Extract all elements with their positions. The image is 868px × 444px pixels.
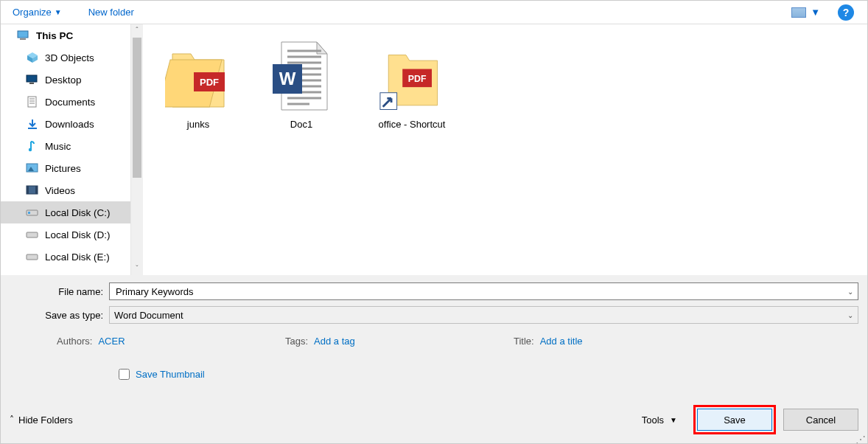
svg-rect-20	[27, 232, 38, 237]
sidebar-item-pictures[interactable]: Pictures	[1, 157, 130, 179]
save-thumbnail-row: Save Thumbnail	[10, 369, 858, 380]
file-label: office - Shortcut	[379, 119, 446, 130]
new-folder-button[interactable]: New folder	[83, 4, 140, 21]
hide-folders-button[interactable]: ˄ Hide Folders	[10, 414, 73, 426]
authors-label: Authors:	[57, 336, 92, 347]
file-name-combobox[interactable]: ⌄	[109, 282, 858, 300]
save-as-type-combobox[interactable]: Word Document ⌄	[109, 306, 858, 324]
svg-rect-1	[20, 38, 26, 40]
organize-dropdown[interactable]: Organize ▼	[7, 4, 68, 21]
sidebar-item-local-disk-d[interactable]: Local Disk (D:)	[1, 223, 130, 246]
resize-grip-icon[interactable]: ⋰	[855, 436, 866, 443]
file-label: junks	[187, 119, 209, 130]
view-mode-dropdown[interactable]: ▼	[791, 7, 820, 18]
file-label: Doc1	[290, 119, 312, 130]
organize-label: Organize	[13, 7, 52, 18]
chevron-down-icon[interactable]: ⌄	[847, 311, 853, 319]
sidebar-item-label: Desktop	[45, 74, 82, 86]
svg-rect-5	[27, 75, 37, 82]
drive-icon	[26, 251, 39, 263]
cancel-button[interactable]: Cancel	[783, 409, 858, 431]
bottom-panel: File name: ⌄ Save as type: Word Document…	[1, 275, 867, 444]
file-name-input[interactable]	[114, 285, 853, 298]
word-document-icon: W	[268, 38, 335, 114]
svg-point-12	[29, 148, 32, 151]
tools-dropdown[interactable]: Tools ▼	[642, 414, 677, 426]
chevron-down-icon[interactable]: ⌄	[847, 288, 853, 296]
downloads-icon	[26, 118, 39, 130]
sidebar-item-videos[interactable]: Videos	[1, 179, 130, 201]
sidebar-item-desktop[interactable]: Desktop	[1, 69, 130, 91]
sidebar-item-label: Videos	[45, 185, 75, 196]
save-button[interactable]: Save	[697, 409, 772, 431]
sidebar-item-label: Downloads	[45, 119, 94, 130]
tags-label: Tags:	[285, 336, 308, 347]
folder-pdf-shortcut-icon: PDF	[379, 38, 445, 114]
svg-rect-7	[28, 97, 36, 107]
sidebar-item-label: Documents	[45, 97, 95, 108]
pictures-icon	[26, 162, 39, 174]
chevron-down-icon: ▼	[55, 8, 62, 16]
sidebar: This PC 3D Objects Desktop Documents	[1, 24, 143, 275]
file-item-doc1[interactable]: W Doc1	[261, 38, 342, 130]
svg-rect-6	[29, 83, 34, 84]
title-label: Title:	[514, 336, 534, 347]
this-pc-icon	[17, 30, 30, 41]
sidebar-item-local-disk-c[interactable]: Local Disk (C:)	[1, 201, 130, 223]
drive-icon	[26, 229, 39, 240]
scroll-down-icon[interactable]: ˇ	[131, 263, 143, 275]
videos-icon	[26, 184, 39, 196]
cube-icon	[26, 52, 39, 63]
sidebar-item-local-disk-e[interactable]: Local Disk (E:)	[1, 246, 130, 268]
svg-rect-17	[35, 186, 38, 194]
sidebar-item-3d-objects[interactable]: 3D Objects	[1, 46, 130, 69]
save-as-type-row: Save as type: Word Document ⌄	[10, 306, 858, 324]
footer: ˄ Hide Folders Tools ▼ Save Cancel	[10, 405, 858, 434]
folder-pdf-icon: PDF	[165, 38, 231, 114]
sidebar-item-this-pc[interactable]: This PC	[1, 24, 130, 46]
svg-rect-0	[18, 31, 28, 38]
drive-icon	[26, 207, 39, 218]
file-item-junks[interactable]: PDF junks	[158, 38, 239, 130]
svg-rect-21	[27, 254, 38, 260]
tags-field[interactable]: Tags: Add a tag	[285, 336, 514, 347]
title-value[interactable]: Add a title	[540, 336, 583, 347]
scroll-up-icon[interactable]: ˆ	[131, 24, 143, 37]
sidebar-item-label: 3D Objects	[45, 52, 94, 63]
tags-value[interactable]: Add a tag	[314, 336, 355, 347]
desktop-icon	[26, 74, 39, 86]
authors-value[interactable]: ACER	[98, 336, 125, 347]
music-icon	[26, 140, 39, 152]
sidebar-item-downloads[interactable]: Downloads	[1, 113, 130, 135]
sidebar-item-label: Local Disk (D:)	[45, 229, 111, 240]
sidebar-item-music[interactable]: Music	[1, 135, 130, 157]
svg-text:W: W	[279, 69, 296, 89]
save-as-type-value: Word Document	[114, 310, 183, 321]
title-field[interactable]: Title: Add a title	[514, 336, 742, 347]
save-thumbnail-label[interactable]: Save Thumbnail	[136, 369, 205, 380]
sidebar-item-label: Music	[45, 141, 71, 152]
sidebar-item-label: Pictures	[45, 163, 81, 174]
svg-text:PDF: PDF	[408, 74, 427, 84]
svg-rect-19	[28, 212, 30, 214]
file-pane[interactable]: PDF junks W	[143, 24, 867, 275]
sidebar-item-label: This PC	[36, 30, 73, 41]
sidebar-item-documents[interactable]: Documents	[1, 91, 130, 113]
sidebar-item-label: Local Disk (C:)	[45, 207, 111, 218]
save-button-highlight: Save	[693, 405, 776, 434]
new-folder-label: New folder	[88, 7, 134, 18]
chevron-down-icon: ▼	[811, 7, 820, 18]
hide-folders-label: Hide Folders	[18, 414, 73, 426]
save-thumbnail-checkbox[interactable]	[119, 369, 130, 380]
file-item-office-shortcut[interactable]: PDF office - Shortcut	[364, 38, 460, 130]
tree: This PC 3D Objects Desktop Documents	[1, 24, 130, 275]
help-icon[interactable]: ?	[838, 4, 854, 21]
authors-field[interactable]: Authors: ACER	[57, 336, 285, 347]
sidebar-scrollbar[interactable]: ˆ ˇ	[130, 24, 143, 275]
scrollbar-thumb[interactable]	[133, 38, 141, 178]
sidebar-item-label: Local Disk (E:)	[45, 252, 110, 263]
body: This PC 3D Objects Desktop Documents	[1, 24, 867, 275]
tools-label: Tools	[642, 414, 664, 426]
picture-icon	[791, 7, 806, 18]
file-name-row: File name: ⌄	[10, 282, 858, 300]
